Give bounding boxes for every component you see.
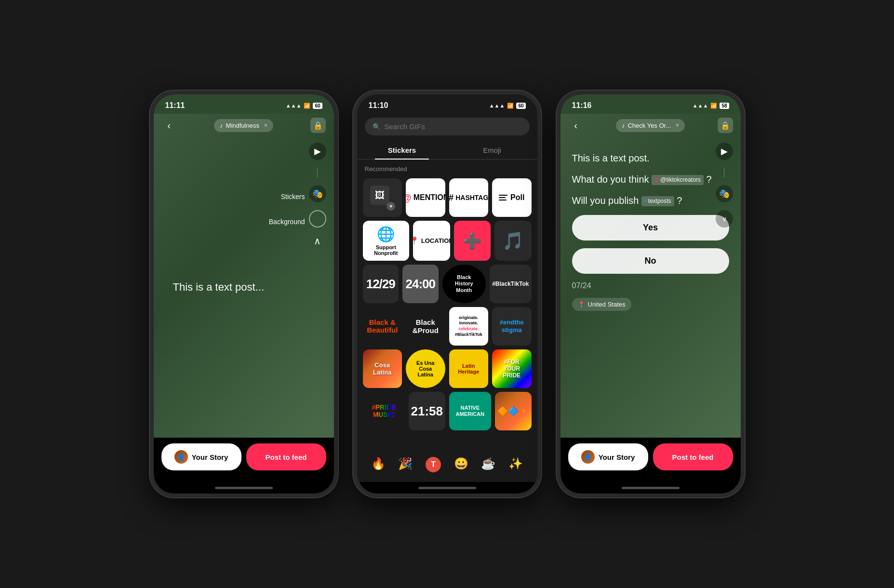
phone-2: 11:10 ▲▲▲ 📶 60 🔍 Stickers Emoji Recommen… [353, 91, 541, 497]
poll-line3-suffix: ? [677, 195, 682, 206]
sticker-ets[interactable]: #endthestigma [492, 307, 532, 346]
music-tag-1[interactable]: ♪ Mindfulness × [214, 119, 273, 132]
sticker-row-1: 🖼 + @ MENTION # HA [363, 178, 532, 217]
hashtag-inner: # HASHTAG [449, 189, 489, 207]
sticker-pridemusic[interactable]: #PRIDEMUSIC [363, 392, 405, 430]
poll-content-3: This is a text post. What do you think @… [560, 137, 741, 438]
sticker-pattern[interactable]: 🔶🔷🔸 [495, 392, 532, 430]
lock-icon-3[interactable]: 🔒 [718, 118, 733, 133]
music-name-1: Mindfulness [226, 122, 259, 129]
sticker-add[interactable]: 🖼 + [363, 178, 402, 217]
toolbar-labels-1: Stickers Background [269, 146, 305, 230]
textposts-tag[interactable]: # textposts [641, 196, 674, 206]
sticker-blacktiktok[interactable]: #BlackTikTok [490, 265, 532, 303]
avatar-1: 👤 [174, 450, 188, 464]
tab-stickers-2[interactable]: Stickers [357, 141, 447, 159]
play-button-3[interactable]: ▶ [716, 143, 733, 160]
sticker-fyp[interactable]: #FORYOURPRIDE [492, 349, 532, 388]
emoji-fire[interactable]: 🔥 [371, 457, 386, 472]
emoji-t[interactable]: T [426, 457, 441, 472]
search-input-2[interactable] [385, 122, 522, 131]
sticker-tiktok[interactable]: 🎵 [494, 221, 532, 261]
poll-line2-prefix: What do you think [572, 174, 652, 185]
sticker-mention[interactable]: @ MENTION [406, 178, 445, 217]
text-post-1: This is a text post... [173, 281, 265, 294]
sticker-button-3[interactable]: 🎭 [716, 185, 733, 202]
status-time-2: 11:10 [369, 101, 388, 110]
emoji-confetti[interactable]: 🎉 [398, 457, 413, 472]
phone3-bg: ‹ ♪ Check Yes Or... × 🔒 ▶ 🎭 ∨ This is a … [560, 114, 741, 438]
location-pin-icon: 📍 [413, 236, 419, 245]
text-content-area-1[interactable]: This is a text post... [154, 137, 334, 438]
tiktok-logo-icon: 🎵 [502, 231, 524, 251]
sticker-row-2: 🌐 SupportNonprofit 📍 LOCATION ➕ 🎵 [363, 221, 532, 261]
sticker-oic[interactable]: originate.innovate.celebrate.#BlackTikTo… [449, 307, 489, 346]
back-button-1[interactable]: ‹ [161, 118, 177, 133]
top-bar-3: ‹ ♪ Check Yes Or... × 🔒 [560, 114, 741, 137]
sticker-bhm[interactable]: BlackHistoryMonth [442, 265, 486, 303]
date-label: 12/29 [366, 277, 395, 292]
bg-button-1[interactable] [309, 210, 326, 227]
music-tag-3[interactable]: ♪ Check Yes Or... × [616, 119, 685, 132]
sticker-bp[interactable]: Black&Proud [406, 307, 445, 346]
music-note-3: ♪ [622, 122, 625, 129]
bp-label: Black&Proud [413, 318, 439, 334]
sticker-button-1[interactable]: 🎭 [309, 185, 326, 202]
location-label-3: United States [588, 301, 626, 308]
search-bar-2[interactable]: 🔍 [365, 118, 530, 135]
pridemusic-label: #PRIDEMUSIC [372, 404, 396, 419]
sticker-medical[interactable]: ➕ [454, 221, 491, 261]
lock-icon-1[interactable]: 🔒 [310, 118, 326, 133]
poll-yes-option[interactable]: Yes [572, 215, 729, 241]
music-name-3: Check Yes Or... [627, 122, 671, 129]
sticker-latinheritage[interactable]: LatinHeritage [449, 349, 489, 388]
chevron-down-3[interactable]: ∨ [716, 210, 733, 227]
sticker-nonprofit[interactable]: 🌐 SupportNonprofit [363, 221, 410, 261]
bb-label: Black &Beautiful [367, 319, 398, 334]
status-time-1: 11:11 [165, 101, 185, 110]
your-story-button-1[interactable]: 👤 Your Story [161, 443, 241, 470]
sticker-hashtag[interactable]: # HASHTAG [449, 178, 489, 217]
post-feed-button-1[interactable]: Post to feed [246, 443, 326, 470]
poll-no-option[interactable]: No [572, 248, 729, 274]
sticker-time2[interactable]: 21:58 [409, 392, 445, 430]
time2-label: 21:58 [411, 404, 443, 419]
sticker-native[interactable]: NATIVEAMERICAN [449, 392, 492, 430]
top-bar-1: ‹ ♪ Mindfulness × 🔒 [154, 114, 334, 137]
emoji-sparkle[interactable]: ✨ [508, 457, 523, 472]
tiktokcreators-label: @tiktokcreators [660, 176, 701, 184]
hash-icon: # [644, 198, 647, 205]
music-close-1[interactable]: × [264, 122, 267, 129]
back-button-3[interactable]: ‹ [568, 118, 584, 133]
emoji-row-2: 🔥 🎉 T 😀 ☕ ✨ [357, 452, 537, 482]
cosa2-label: Es UnaCosaLatina [416, 360, 434, 377]
fyp-label: #FORYOURPRIDE [503, 359, 520, 379]
emoji-smile[interactable]: 😀 [454, 457, 468, 472]
sticker-cosa2[interactable]: Es UnaCosaLatina [406, 349, 445, 388]
sticker-location[interactable]: 📍 LOCATION [413, 221, 450, 261]
post-feed-button-3[interactable]: Post to feed [653, 443, 733, 470]
phone-3: 11:16 ▲▲▲ 📶 58 ‹ ♪ Check Yes Or... × 🔒 ▶ [557, 91, 745, 497]
home-bar-1 [215, 487, 273, 489]
sticker-date[interactable]: 12/29 [363, 265, 399, 303]
sticker-bb[interactable]: Black &Beautiful [363, 307, 402, 346]
blacktiktok-label: #BlackTikTok [492, 281, 529, 287]
sticker-time[interactable]: 24:00 [402, 265, 439, 303]
location-badge-3[interactable]: 📍 United States [572, 298, 631, 311]
sticker-poll[interactable]: Poll [492, 178, 532, 217]
tab-emoji-2[interactable]: Emoji [447, 141, 537, 159]
signal-icon-2: ▲▲▲ [489, 103, 505, 108]
native-label: NATIVEAMERICAN [456, 405, 484, 417]
location-inner: 📍 LOCATION [413, 232, 450, 249]
wifi-icon-3: 📶 [710, 103, 717, 109]
sticker-cosa1[interactable]: CosaLatina [363, 349, 402, 388]
chevron-up-1[interactable]: ∧ [314, 235, 321, 247]
tiktokcreators-tag[interactable]: @ @tiktokcreators [652, 175, 704, 185]
poll-inner: Poll [493, 189, 530, 206]
signal-icon-1: ▲▲▲ [286, 103, 302, 108]
music-close-3[interactable]: × [676, 122, 679, 129]
play-button-1[interactable]: ▶ [309, 143, 326, 160]
wifi-icon-2: 📶 [507, 103, 514, 109]
emoji-coffee[interactable]: ☕ [481, 457, 495, 472]
your-story-button-3[interactable]: 👤 Your Story [568, 443, 648, 470]
